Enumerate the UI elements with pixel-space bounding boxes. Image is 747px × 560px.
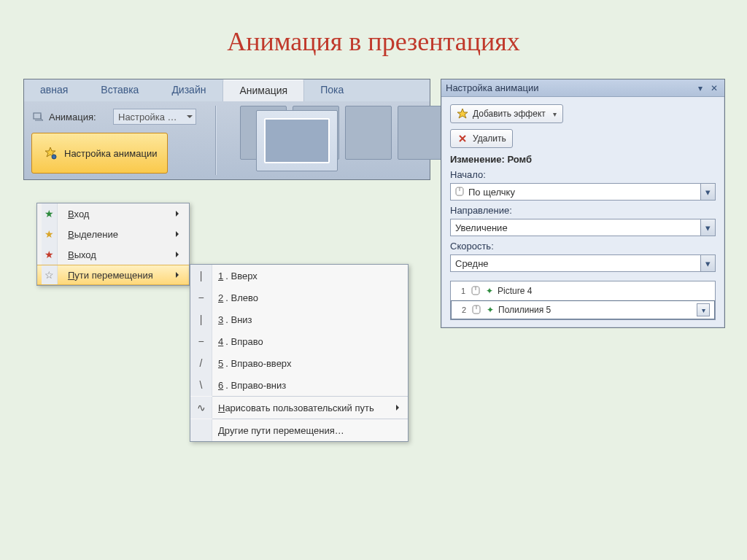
- start-label: Начало:: [450, 169, 716, 180]
- dropdown-arrow-icon: [550, 109, 557, 119]
- submenu-item-right[interactable]: − 4. Вправо: [190, 330, 408, 352]
- svg-rect-0: [34, 113, 41, 119]
- submenu-item-left[interactable]: − 2. Влево: [190, 287, 408, 308]
- select-arrow-icon: ▾: [700, 255, 715, 271]
- list-order: 2: [456, 306, 466, 314]
- svg-point-2: [52, 155, 56, 159]
- star-icon: ✦: [486, 286, 493, 296]
- menu-item-emphasis[interactable]: ★ Выделение: [37, 224, 189, 244]
- start-select[interactable]: По щелчку ▾: [450, 183, 716, 201]
- add-effect-button[interactable]: Добавить эффект: [450, 104, 563, 123]
- ribbon-tab-home[interactable]: авная: [24, 79, 85, 101]
- menu-item-entrance[interactable]: ★ Вход: [37, 203, 189, 224]
- taskpane-menu-button[interactable]: ▾: [694, 82, 706, 94]
- list-item-dropdown[interactable]: ▾: [697, 303, 710, 316]
- remove-icon: [457, 133, 468, 144]
- animation-dropdown[interactable]: Настройка …: [113, 109, 196, 125]
- animation-label: Анимация:: [49, 112, 96, 122]
- custom-animation-taskpane: Настройка анимации ▾ ✕ Добавить эффект У…: [441, 79, 725, 328]
- submenu-arrow-icon: [176, 211, 182, 217]
- submenu-accel: 6: [218, 380, 223, 391]
- transition-thumb[interactable]: [345, 106, 392, 160]
- submenu-arrow-icon: [176, 252, 182, 257]
- ribbon-tab-insert[interactable]: Вставка: [85, 79, 155, 101]
- submenu-label: Вверх: [231, 271, 257, 281]
- speed-value: Средне: [455, 258, 489, 269]
- submenu-label: Вправо-вниз: [231, 380, 286, 391]
- submenu-label: Влево: [231, 292, 258, 303]
- select-arrow-icon: ▾: [700, 184, 715, 200]
- submenu-item-down-right[interactable]: \ 6. Вправо-вниз: [190, 374, 408, 396]
- submenu-accel: 3: [218, 314, 223, 325]
- speed-select[interactable]: Средне ▾: [450, 254, 716, 272]
- menu-label: Выход: [65, 249, 169, 260]
- star-icon: ☆: [42, 265, 58, 284]
- menu-label: Вход: [65, 209, 169, 219]
- taskpane-body: Добавить эффект Удалить Изменение: Ромб …: [441, 97, 724, 327]
- taskpane-close-button[interactable]: ✕: [708, 82, 720, 94]
- list-item-name: Picture 4: [498, 286, 532, 296]
- custom-animation-icon: [42, 145, 58, 161]
- submenu-accel: 5: [218, 358, 223, 369]
- slide-title: Анимация в презентациях: [0, 0, 747, 70]
- submenu-item-down[interactable]: | 3. Вниз: [190, 308, 408, 330]
- ribbon: авная Вставка Дизайн Анимация Пока Анима…: [23, 79, 430, 180]
- path-icon: |: [190, 308, 212, 330]
- ribbon-tab-design[interactable]: Дизайн: [155, 79, 222, 101]
- submenu-item-up-right[interactable]: / 5. Вправо-вверх: [190, 352, 408, 374]
- blank-icon: [190, 419, 212, 441]
- path-icon: /: [190, 352, 212, 374]
- submenu-label: Вниз: [231, 314, 252, 325]
- custom-animation-button[interactable]: Настройка анимации: [31, 133, 168, 174]
- list-item-name: Полилиния 5: [498, 305, 551, 315]
- effect-category-menu: ★ Вход ★ Выделение ★ Выход ☆ Пути переме…: [36, 203, 190, 286]
- taskpane-title: Настройка анимации: [446, 82, 692, 93]
- add-effect-label: Добавить эффект: [473, 109, 546, 119]
- menu-item-exit[interactable]: ★ Выход: [37, 244, 189, 265]
- submenu-item-more-paths[interactable]: Другие пути перемещения…: [190, 419, 408, 441]
- path-icon: \: [190, 374, 212, 396]
- submenu-item-up[interactable]: | 1. Вверх: [190, 265, 408, 287]
- submenu-item-draw-custom-path[interactable]: ∿ Нарисовать пользовательский путь: [190, 397, 408, 419]
- submenu-arrow-icon: [176, 272, 182, 278]
- star-icon: ★: [42, 224, 58, 244]
- submenu-label: Нарисовать пользовательский путь: [218, 402, 374, 413]
- star-icon: ★: [42, 244, 58, 265]
- transition-thumb-front[interactable]: [256, 110, 338, 171]
- submenu-label: Другие пути перемещения…: [218, 425, 344, 436]
- ribbon-separator: [215, 106, 216, 175]
- list-order: 1: [455, 287, 465, 295]
- motion-paths-submenu: | 1. Вверх − 2. Влево | 3. Вниз − 4. Впр…: [190, 264, 409, 442]
- taskpane-header: Настройка анимации ▾ ✕: [441, 79, 724, 97]
- transition-thumb[interactable]: [398, 106, 444, 160]
- mouse-click-icon: [471, 304, 482, 316]
- ribbon-tabs: авная Вставка Дизайн Анимация Пока: [24, 79, 430, 101]
- path-icon: −: [190, 287, 212, 308]
- menu-item-motion-paths[interactable]: ☆ Пути перемещения: [37, 265, 189, 285]
- mouse-click-icon: [470, 285, 481, 297]
- speed-label: Скорость:: [450, 241, 716, 252]
- direction-select[interactable]: Увеличение ▾: [450, 219, 716, 236]
- remove-effect-button[interactable]: Удалить: [450, 129, 513, 148]
- submenu-label: Вправо: [231, 336, 263, 347]
- section-change-label: Изменение: Ромб: [450, 154, 716, 165]
- ribbon-tab-slideshow[interactable]: Пока: [304, 79, 360, 101]
- svg-marker-3: [457, 109, 468, 118]
- ribbon-body: Анимация: Настройка … Настройка анимации: [24, 101, 430, 179]
- custom-animation-label: Настройка анимации: [64, 148, 157, 159]
- start-value: По щелчку: [468, 187, 515, 198]
- mouse-click-icon: [455, 187, 465, 197]
- menu-label: Пути перемещения: [65, 270, 169, 281]
- menu-label: Выделение: [65, 229, 169, 240]
- custom-path-icon: ∿: [190, 397, 212, 419]
- star-icon: ✦: [487, 305, 494, 315]
- ribbon-tab-animation[interactable]: Анимация: [222, 79, 304, 101]
- add-effect-icon: [457, 108, 468, 120]
- animation-icon: [33, 111, 44, 122]
- animation-label-group: Анимация:: [33, 111, 96, 122]
- star-icon: ★: [42, 203, 58, 224]
- animation-list-item[interactable]: 1 ✦ Picture 4: [451, 281, 715, 300]
- path-icon: −: [190, 330, 212, 352]
- animation-list-item[interactable]: 2 ✦ Полилиния 5 ▾: [451, 300, 715, 319]
- animation-list: 1 ✦ Picture 4 2 ✦ Полилиния 5 ▾: [450, 281, 716, 320]
